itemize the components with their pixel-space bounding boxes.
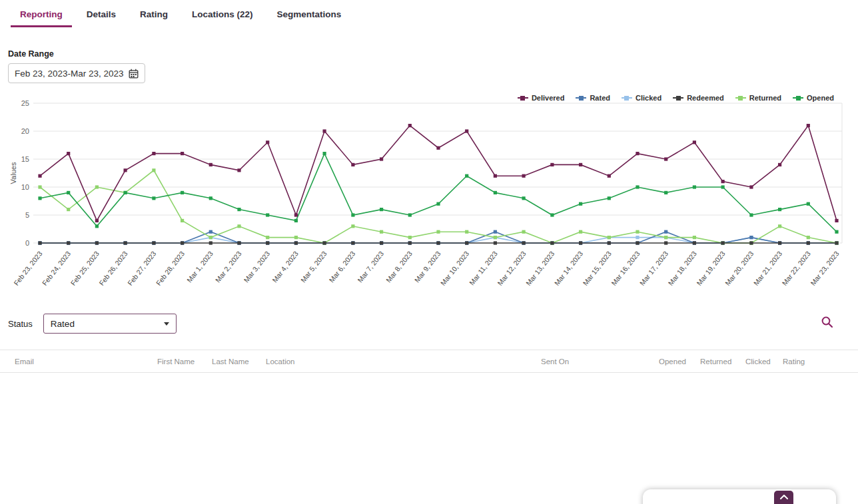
chevron-up-icon bbox=[779, 494, 789, 499]
legend-label: Clicked bbox=[636, 94, 661, 102]
search-icon[interactable] bbox=[821, 316, 834, 329]
svg-text:Feb 26, 2023: Feb 26, 2023 bbox=[97, 250, 129, 287]
legend-swatch-icon bbox=[673, 95, 683, 101]
calendar-icon bbox=[129, 69, 139, 79]
svg-text:Mar 20, 2023: Mar 20, 2023 bbox=[723, 250, 755, 287]
scroll-top-button[interactable] bbox=[774, 491, 793, 504]
tab-bar: ReportingDetailsRatingLocations (22)Segm… bbox=[0, 0, 858, 27]
svg-text:Mar 21, 2023: Mar 21, 2023 bbox=[752, 250, 784, 287]
svg-text:Mar 11, 2023: Mar 11, 2023 bbox=[468, 250, 499, 287]
floating-panel bbox=[643, 489, 836, 504]
chevron-down-icon bbox=[164, 322, 169, 326]
svg-text:Mar 2, 2023: Mar 2, 2023 bbox=[214, 250, 243, 284]
date-range-section: Date Range Feb 23, 2023-Mar 23, 2023 bbox=[8, 49, 858, 83]
legend-label: Returned bbox=[749, 94, 781, 102]
svg-text:25: 25 bbox=[21, 99, 29, 107]
svg-text:Mar 18, 2023: Mar 18, 2023 bbox=[666, 250, 698, 287]
legend-item-redeemed: Redeemed bbox=[673, 94, 724, 102]
legend-label: Rated bbox=[590, 94, 610, 102]
svg-text:Mar 4, 2023: Mar 4, 2023 bbox=[270, 250, 300, 284]
status-select[interactable]: Rated bbox=[43, 314, 177, 334]
column-header-opened: Opened bbox=[659, 358, 700, 366]
series-opened bbox=[38, 152, 838, 234]
svg-text:5: 5 bbox=[25, 211, 29, 219]
date-range-label: Date Range bbox=[8, 49, 858, 59]
legend-swatch-icon bbox=[518, 95, 528, 101]
svg-text:Feb 24, 2023: Feb 24, 2023 bbox=[41, 250, 73, 287]
chart-section: DeliveredRatedClickedRedeemedReturnedOpe… bbox=[8, 94, 858, 296]
svg-text:Values: Values bbox=[9, 162, 17, 184]
series-returned bbox=[38, 168, 838, 244]
results-table: EmailFirst NameLast NameLocationSent OnO… bbox=[0, 350, 858, 373]
svg-text:Feb 28, 2023: Feb 28, 2023 bbox=[155, 250, 187, 287]
date-range-value: Feb 23, 2023-Mar 23, 2023 bbox=[15, 69, 124, 79]
svg-text:15: 15 bbox=[21, 155, 29, 163]
svg-text:Mar 14, 2023: Mar 14, 2023 bbox=[553, 250, 585, 287]
status-filter-row: Status Rated bbox=[8, 314, 858, 334]
legend-item-rated: Rated bbox=[576, 94, 610, 102]
column-header-rating: Rating bbox=[783, 358, 858, 366]
line-chart-svg: 0510152025ValuesFeb 23, 2023Feb 24, 2023… bbox=[8, 94, 846, 294]
legend-item-clicked: Clicked bbox=[622, 94, 661, 102]
svg-text:Feb 23, 2023: Feb 23, 2023 bbox=[12, 250, 44, 287]
tab-locations-22[interactable]: Locations (22) bbox=[180, 4, 265, 27]
svg-text:Mar 10, 2023: Mar 10, 2023 bbox=[439, 250, 471, 287]
svg-text:Mar 3, 2023: Mar 3, 2023 bbox=[242, 250, 271, 284]
svg-text:10: 10 bbox=[21, 183, 29, 191]
tab-segmentations[interactable]: Segmentations bbox=[265, 4, 354, 27]
svg-text:Feb 27, 2023: Feb 27, 2023 bbox=[126, 250, 158, 287]
legend-item-opened: Opened bbox=[793, 94, 834, 102]
status-label: Status bbox=[8, 319, 33, 329]
date-range-input[interactable]: Feb 23, 2023-Mar 23, 2023 bbox=[8, 63, 145, 83]
svg-text:Mar 12, 2023: Mar 12, 2023 bbox=[496, 250, 528, 287]
svg-text:Mar 6, 2023: Mar 6, 2023 bbox=[327, 250, 356, 284]
column-header-last-name: Last Name bbox=[212, 358, 266, 366]
tab-rating[interactable]: Rating bbox=[128, 4, 180, 27]
svg-text:Mar 1, 2023: Mar 1, 2023 bbox=[185, 250, 214, 284]
chart-legend: DeliveredRatedClickedRedeemedReturnedOpe… bbox=[518, 94, 834, 102]
column-header-returned: Returned bbox=[700, 358, 745, 366]
legend-swatch-icon bbox=[576, 95, 586, 101]
legend-swatch-icon bbox=[622, 95, 632, 101]
status-select-value: Rated bbox=[51, 319, 75, 329]
svg-text:Mar 5, 2023: Mar 5, 2023 bbox=[299, 250, 328, 284]
svg-text:Mar 15, 2023: Mar 15, 2023 bbox=[581, 250, 613, 287]
page: ReportingDetailsRatingLocations (22)Segm… bbox=[0, 0, 858, 373]
column-header-sent-on: Sent On bbox=[541, 358, 659, 366]
svg-text:Mar 8, 2023: Mar 8, 2023 bbox=[384, 250, 414, 284]
column-header-first-name: First Name bbox=[157, 358, 212, 366]
legend-item-returned: Returned bbox=[735, 94, 781, 102]
svg-text:Mar 23, 2023: Mar 23, 2023 bbox=[809, 250, 841, 287]
legend-swatch-icon bbox=[735, 95, 746, 101]
svg-text:Mar 16, 2023: Mar 16, 2023 bbox=[610, 250, 642, 287]
line-chart: 0510152025ValuesFeb 23, 2023Feb 24, 2023… bbox=[8, 94, 858, 296]
tab-details[interactable]: Details bbox=[75, 4, 128, 27]
legend-label: Opened bbox=[807, 94, 834, 102]
legend-label: Redeemed bbox=[687, 94, 724, 102]
legend-swatch-icon bbox=[793, 95, 803, 101]
svg-text:Mar 13, 2023: Mar 13, 2023 bbox=[524, 250, 556, 287]
svg-text:Mar 22, 2023: Mar 22, 2023 bbox=[780, 250, 812, 287]
svg-text:0: 0 bbox=[25, 239, 29, 247]
svg-text:Mar 7, 2023: Mar 7, 2023 bbox=[356, 250, 385, 284]
legend-item-delivered: Delivered bbox=[518, 94, 565, 102]
svg-text:Feb 25, 2023: Feb 25, 2023 bbox=[69, 250, 101, 287]
tab-reporting[interactable]: Reporting bbox=[8, 4, 75, 27]
column-header-clicked: Clicked bbox=[745, 358, 783, 366]
series-delivered bbox=[38, 124, 838, 222]
svg-text:Mar 9, 2023: Mar 9, 2023 bbox=[413, 250, 442, 284]
svg-text:20: 20 bbox=[21, 127, 29, 135]
column-header-email: Email bbox=[15, 358, 157, 366]
svg-text:Mar 19, 2023: Mar 19, 2023 bbox=[695, 250, 727, 287]
svg-text:Mar 17, 2023: Mar 17, 2023 bbox=[638, 250, 670, 287]
table-header: EmailFirst NameLast NameLocationSent OnO… bbox=[0, 350, 858, 373]
column-header-location: Location bbox=[266, 358, 541, 366]
legend-label: Delivered bbox=[532, 94, 565, 102]
